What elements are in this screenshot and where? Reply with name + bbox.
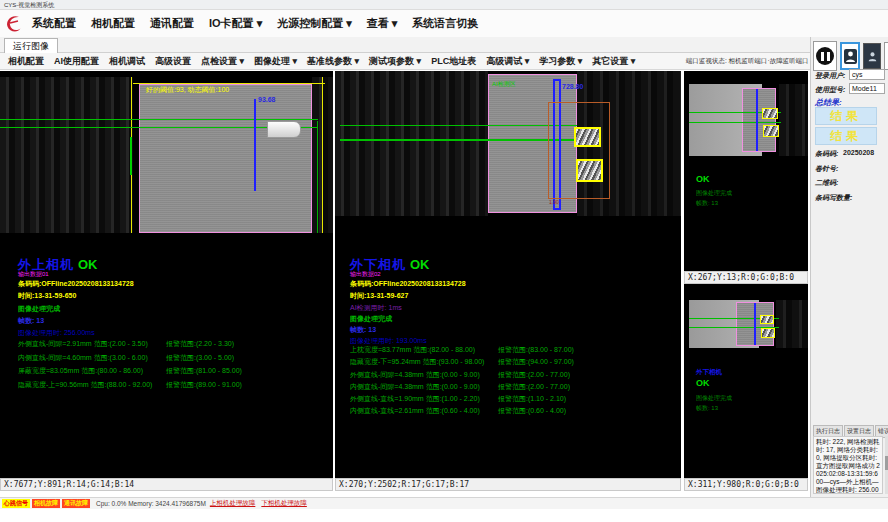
- app-logo-icon: [4, 14, 24, 34]
- login-user-input[interactable]: cys: [849, 69, 885, 80]
- right-panel: 登录用户: cys 使用型号: Mode11 总结果: 结果 结果 条码码: 2…: [810, 37, 888, 497]
- measure-row: 内侧直线-间隙=4.38mm 范围:(0.00 - 9.00)报警范围:(2.0…: [350, 381, 574, 393]
- measure-value: 外侧直线-间隙=2.91mm 范围:(2.00 - 3.50): [18, 337, 166, 351]
- tool-advanced-debug[interactable]: 高级调试 ▾: [486, 55, 529, 68]
- bottom-camera-error-link[interactable]: 下相机处理故障: [261, 499, 307, 508]
- small-top-image: [684, 84, 808, 156]
- tool-advanced-settings[interactable]: 高级设置: [155, 55, 191, 68]
- status-bar: 心跳信号 相机故障 通讯故障 Cpu: 0.0% Memory: 3424.41…: [0, 497, 888, 509]
- menu-light-config[interactable]: 光源控制配置 ▾: [277, 16, 352, 31]
- tool-plc-address[interactable]: PLC地址表: [431, 55, 476, 68]
- user-login-button[interactable]: [840, 42, 860, 70]
- comm-fault-badge: 通讯故障: [62, 499, 90, 508]
- alarm-range: 报警范围:(94.00 - 97.00): [498, 356, 574, 368]
- user-icon: [844, 49, 857, 64]
- middle-yellow-rect-2: [576, 159, 603, 182]
- write-count-label: 条码写数量:: [815, 193, 852, 203]
- left-frames-label: 帧数: 13: [18, 316, 44, 326]
- measure-value: 隐藏宽度-下=95.24mm 范围:(93.00 - 98.00): [350, 356, 498, 368]
- measure-row: 屏蔽宽度=83.05mm 范围:(80.00 - 86.00)报警范围:(81.…: [18, 364, 242, 378]
- middle-time-label: 时间:13-31-59-627: [350, 291, 408, 301]
- tool-baseline-params[interactable]: 基准线参数 ▾: [307, 55, 359, 68]
- left-machine-texture: [0, 77, 133, 233]
- small-top-coords-bar: X:267;Y:13;R:0;G:0;B:0: [684, 271, 808, 284]
- measure-row: 外侧直线-直线=1.90mm 范围:(1.00 - 2.20)报警范围:(1.1…: [350, 393, 574, 405]
- menu-camera-config[interactable]: 相机配置: [91, 16, 135, 31]
- camera-view-small-top[interactable]: OK 图像处理完成 帧数: 13: [684, 71, 808, 271]
- tool-other-settings[interactable]: 其它设置 ▾: [592, 55, 635, 68]
- tab-strip: 运行图像: [0, 37, 810, 53]
- measure-value: 屏蔽宽度=83.05mm 范围:(80.00 - 86.00): [18, 364, 166, 378]
- camera-view-small-bottom[interactable]: 外下相机 OK 图像处理完成 帧数: 13: [684, 284, 808, 478]
- exit-button[interactable]: [884, 42, 888, 70]
- title-bar: CYS-视觉检测系统: [0, 0, 888, 10]
- tool-test-params[interactable]: 测试项参数 ▾: [369, 55, 421, 68]
- menu-system-config[interactable]: 系统配置: [32, 16, 76, 31]
- tool-camera-config[interactable]: 相机配置: [8, 55, 44, 68]
- measure-value: 外侧直线-直线=1.90mm 范围:(1.00 - 2.20): [350, 393, 498, 405]
- tab-run-image[interactable]: 运行图像: [4, 38, 58, 53]
- middle-red-value: 1.90: [549, 199, 559, 205]
- alarm-range: 报警范围:(2.20 - 3.30): [166, 337, 234, 351]
- cpu-memory-label: Cpu: 0.0% Memory: 3424.41796875M: [96, 500, 206, 507]
- small-bottom-line: 帧数: 13: [696, 404, 718, 413]
- middle-orange-rect: [548, 102, 610, 199]
- left-time-label: 时间:13-31-59-650: [18, 291, 76, 301]
- tool-ai-use-config[interactable]: AI使用配置: [54, 55, 99, 68]
- middle-camera-image: AI检测区 728.80 1.90: [335, 71, 681, 216]
- small-bottom-coords-bar: X:311;Y:980;R:0;G:0;B:0: [684, 478, 808, 491]
- measure-value: 外侧直线-间隙=4.38mm 范围:(0.00 - 9.00): [350, 369, 498, 381]
- barcode-value: 20250208: [843, 149, 874, 156]
- small-top-ok: OK: [696, 174, 710, 184]
- middle-measurements: 上枕宽度=83.77mm 范围:(82.00 - 88.00)报警范围:(83.…: [350, 344, 574, 418]
- tool-learn-params[interactable]: 学习参数 ▾: [539, 55, 582, 68]
- measure-row: 隐藏宽度-上=90.56mm 范围:(88.00 - 92.00)报警范围:(8…: [18, 378, 242, 392]
- measure-value: 内侧直线-间隙=4.38mm 范围:(0.00 - 9.00): [350, 381, 498, 393]
- port-status-label: 端口监视状态: 相机监听端口·故障监听端口: [686, 57, 809, 66]
- menu-comm-config[interactable]: 通讯配置: [150, 16, 194, 31]
- middle-ai-time-label: AI检测用时: 1ms: [350, 303, 402, 313]
- left-output-label: 输出数据01: [18, 270, 49, 279]
- log-text-area[interactable]: 耗时: 222, 网络检测耗时: 17, 网络分类耗时: 0, 网络提取分区耗时…: [813, 436, 883, 494]
- barcode-label: 条码码:: [815, 149, 838, 159]
- small-top-line: 图像处理完成: [696, 189, 732, 198]
- tool-spot-check[interactable]: 点检设置 ▾: [201, 55, 244, 68]
- left-measurements: 外侧直线-间隙=2.91mm 范围:(2.00 - 3.50)报警范围:(2.2…: [18, 337, 242, 391]
- left-status-label: 图像处理完成: [18, 304, 60, 314]
- tool-image-process[interactable]: 图像处理 ▾: [254, 55, 297, 68]
- small-bottom-title: 外下相机: [696, 368, 722, 377]
- result-box-bottom: 结果: [815, 127, 877, 145]
- middle-blue-measure-value: 728.80: [562, 83, 583, 90]
- measure-row: 上枕宽度=83.77mm 范围:(82.00 - 88.00)报警范围:(83.…: [350, 344, 574, 356]
- left-blue-measure-value: 93.68: [258, 96, 276, 103]
- measure-value: 隐藏宽度-上=90.56mm 范围:(88.00 - 92.00): [18, 378, 166, 392]
- tool-camera-debug[interactable]: 相机调试: [109, 55, 145, 68]
- middle-coords-bar: X:270;Y:2502;R:17;G:17;B:17: [335, 478, 681, 491]
- alarm-range: 报警范围:(2.00 - 77.00): [498, 381, 570, 393]
- alarm-range: 报警范围:(0.60 - 4.00): [498, 405, 566, 417]
- pause-button[interactable]: [813, 41, 837, 71]
- camera-view-left[interactable]: 好的阈值:93, 动态阈值:100 93.68 外上相机OK 输出数据01 条码…: [0, 71, 333, 478]
- top-camera-error-link[interactable]: 上相机处理故障: [210, 499, 256, 508]
- user-manage-button[interactable]: [863, 43, 881, 69]
- small-bottom-image: [684, 300, 808, 348]
- small-bottom-line: 图像处理完成: [696, 394, 732, 403]
- middle-yellow-rect-1: [574, 127, 601, 147]
- menu-io-config[interactable]: IO卡配置 ▾: [209, 16, 262, 31]
- menu-view[interactable]: 查看 ▾: [367, 16, 398, 31]
- user-dark-icon: [867, 50, 878, 63]
- menu-language-switch[interactable]: 系统语言切换: [412, 16, 478, 31]
- middle-frames-label: 帧数: 13: [350, 325, 376, 335]
- measure-row: 内侧直线-直线=2.61mm 范围:(0.60 - 4.00)报警范围:(0.6…: [350, 405, 574, 417]
- model-input[interactable]: Mode11: [849, 83, 885, 94]
- model-label: 使用型号:: [815, 85, 845, 95]
- measure-row: 外侧直线-间隙=4.38mm 范围:(0.00 - 9.00)报警范围:(2.0…: [350, 369, 574, 381]
- left-barcode-label: 条码码:OFFline20250208133134728: [18, 279, 134, 289]
- menu-bar: 系统配置 相机配置 通讯配置 IO卡配置 ▾ 光源控制配置 ▾ 查看 ▾ 系统语…: [0, 10, 888, 37]
- app-window: CYS-视觉检测系统 系统配置 相机配置 通讯配置 IO卡配置 ▾ 光源控制配置…: [0, 0, 888, 522]
- camera-view-middle[interactable]: AI检测区 728.80 1.90 外下相机OK 输出数据02 条码码:OFFl…: [335, 71, 681, 478]
- middle-status-label: 图像处理完成: [350, 314, 392, 324]
- middle-barcode-label: 条码码:OFFline20250208133134728: [350, 279, 466, 289]
- small-bottom-ok: OK: [696, 378, 710, 388]
- left-roi-pink-rect: [139, 84, 312, 233]
